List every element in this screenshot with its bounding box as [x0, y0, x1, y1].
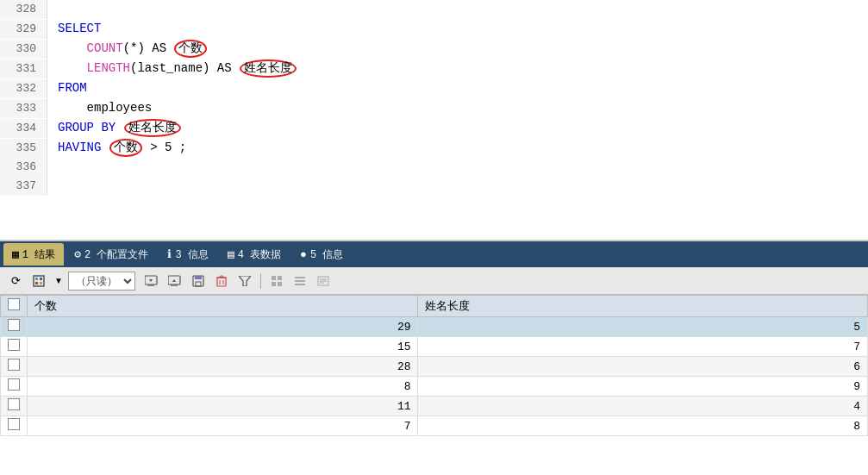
toolbar-refresh-btn[interactable]: ⟳: [5, 272, 26, 291]
table-row: 295: [1, 317, 868, 337]
toolbar-grid-btn[interactable]: [266, 272, 287, 291]
svg-rect-14: [217, 278, 226, 286]
toolbar-dropdown-btn[interactable]: ▼: [52, 272, 66, 291]
row-checkbox[interactable]: [8, 359, 20, 371]
table-header-1: 个数: [28, 296, 418, 317]
table-cell: 4: [418, 397, 868, 416]
header-checkbox[interactable]: [8, 298, 20, 310]
tab-1-结果[interactable]: ▦1 结果: [3, 243, 64, 266]
table-row: 157: [1, 337, 868, 357]
line-content: LENGTH(last_name) AS 姓名长度: [47, 59, 297, 78]
line-number: 329: [0, 20, 47, 39]
tab-icon: ⚙: [74, 247, 81, 261]
row-checkbox[interactable]: [8, 339, 20, 351]
table-cell[interactable]: [1, 416, 28, 436]
table-cell: 15: [28, 337, 418, 357]
table-row: 89: [1, 377, 868, 397]
tab-label: 3 信息: [175, 247, 208, 262]
tab-4-表数据[interactable]: ▤4 表数据: [219, 243, 290, 266]
svg-rect-13: [196, 282, 201, 286]
circled-term: 姓名长度: [240, 59, 297, 78]
toolbar-form-btn[interactable]: [290, 272, 310, 291]
table-cell[interactable]: [1, 357, 28, 377]
svg-rect-3: [35, 282, 38, 284]
code-line: 336: [0, 158, 868, 177]
tab-3-信息[interactable]: ℹ3 信息: [159, 243, 216, 266]
toolbar-filter-btn[interactable]: [234, 272, 255, 291]
line-number: 332: [0, 79, 47, 98]
svg-rect-0: [34, 276, 44, 286]
line-number: 337: [0, 177, 47, 196]
table-cell: 8: [28, 377, 418, 397]
svg-rect-22: [272, 282, 276, 286]
toolbar-text-btn[interactable]: [313, 272, 334, 291]
line-number: 331: [0, 59, 47, 78]
tab-2-个配置文件[interactable]: ⚙2 个配置文件: [66, 243, 157, 266]
table-cell[interactable]: [1, 397, 28, 416]
tab-icon: ▤: [228, 247, 234, 261]
tab-label: 2 个配置文件: [84, 247, 148, 262]
code-line: 337: [0, 177, 868, 196]
tab-label: 5 信息: [310, 247, 343, 262]
data-table-container: 个数姓名长度 2951572868911478: [0, 295, 868, 475]
toolbar-import-btn[interactable]: [141, 272, 162, 291]
row-checkbox[interactable]: [8, 378, 20, 391]
table-cell: 5: [418, 317, 868, 337]
line-number: 336: [0, 158, 47, 177]
line-number: 335: [0, 139, 47, 158]
table-cell: 8: [418, 416, 868, 436]
table-row: 286: [1, 357, 868, 377]
circled-term: 姓名长度: [124, 119, 181, 137]
code-line: 331 LENGTH(last_name) AS 姓名长度: [0, 59, 868, 78]
line-content: COUNT(*) AS 个数: [47, 39, 208, 58]
code-line: 330 COUNT(*) AS 个数: [0, 39, 868, 59]
svg-rect-20: [272, 276, 276, 280]
table-cell[interactable]: [1, 337, 28, 357]
row-checkbox[interactable]: [8, 398, 20, 410]
line-number: 330: [0, 40, 47, 59]
svg-rect-26: [295, 284, 305, 285]
toolbar-export-btn[interactable]: [165, 272, 185, 291]
table-cell: 9: [418, 377, 868, 397]
table-header-0: [1, 296, 28, 317]
tabs-bar: ▦1 结果⚙2 个配置文件ℹ3 信息▤4 表数据●5 信息: [0, 241, 868, 267]
code-line: 335HAVING 个数 > 5 ;: [0, 138, 868, 158]
toolbar-delete-btn[interactable]: [211, 272, 232, 291]
tab-5-信息[interactable]: ●5 信息: [291, 243, 352, 266]
result-table: 个数姓名长度 2951572868911478: [0, 295, 868, 436]
toolbar-separator: [260, 273, 261, 289]
tab-icon: ●: [300, 248, 307, 261]
line-number: 333: [0, 99, 47, 118]
svg-rect-12: [195, 276, 202, 279]
readonly-select[interactable]: （只读）: [68, 272, 135, 291]
svg-marker-19: [239, 276, 251, 286]
tab-label: 1 结果: [22, 247, 55, 262]
table-cell: 28: [28, 357, 418, 377]
table-cell[interactable]: [1, 377, 28, 397]
row-checkbox[interactable]: [8, 319, 20, 331]
svg-rect-1: [35, 278, 38, 280]
svg-marker-7: [149, 279, 153, 282]
toolbar-btn2[interactable]: [28, 272, 49, 291]
code-line: 329SELECT: [0, 19, 868, 39]
svg-rect-4: [40, 282, 42, 284]
toolbar-save-btn[interactable]: [188, 272, 209, 291]
table-cell[interactable]: [1, 317, 28, 337]
line-content: employees: [47, 98, 152, 117]
line-number: 334: [0, 119, 47, 138]
line-content: HAVING 个数 > 5 ;: [47, 138, 186, 157]
line-number: 328: [0, 0, 47, 19]
svg-marker-10: [172, 279, 176, 282]
code-line: 333 employees: [0, 98, 868, 118]
table-cell: 11: [28, 397, 418, 416]
line-content: FROM: [47, 78, 87, 97]
table-header-2: 姓名长度: [418, 296, 868, 317]
table-cell: 7: [418, 337, 868, 357]
row-checkbox[interactable]: [8, 418, 20, 430]
svg-rect-25: [295, 280, 305, 282]
toolbar: ⟳ ▼ （只读）: [0, 267, 868, 295]
table-cell: 7: [28, 416, 418, 436]
code-editor: 328329SELECT330 COUNT(*) AS 个数331 LENGTH…: [0, 0, 868, 241]
svg-rect-16: [220, 276, 223, 278]
circled-term: 个数: [174, 40, 207, 58]
